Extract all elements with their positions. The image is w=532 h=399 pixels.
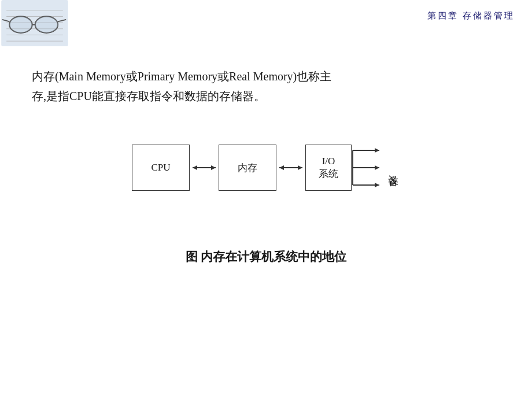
neicun-box: 内存 (219, 145, 276, 191)
device-section: 设备 (352, 142, 400, 194)
multi-arrows-svg (352, 142, 386, 194)
io-label: I/O 系统 (319, 155, 338, 180)
main-paragraph: 内存(Main Memory或Primary Memory或Real Memor… (32, 66, 500, 106)
svg-point-13 (35, 16, 58, 32)
arrow-cpu-mem (190, 161, 219, 175)
cpu-box: CPU (132, 145, 190, 191)
svg-marker-15 (193, 165, 197, 170)
arrow-mem-io (276, 161, 305, 175)
neicun-label: 内存 (238, 161, 257, 175)
chapter-title: 第四章 存储器管理 (427, 10, 515, 21)
diagram-boxes: CPU 内存 I/O 系统 (93, 142, 439, 194)
figure-caption: 图 内存在计算机系统中的地位 (186, 249, 347, 265)
io-box: I/O 系统 (305, 145, 352, 191)
main-text-line2: 存,是指CPU能直接存取指令和数据的存储器。 (32, 86, 500, 106)
device-label: 设备 (386, 167, 400, 169)
svg-point-12 (9, 16, 32, 32)
svg-marker-18 (279, 165, 284, 170)
svg-marker-25 (375, 183, 379, 187)
svg-marker-19 (298, 165, 302, 170)
svg-marker-21 (375, 148, 379, 153)
svg-marker-23 (375, 165, 379, 170)
svg-marker-16 (211, 165, 216, 170)
cpu-label: CPU (151, 162, 170, 173)
diagram-container: CPU 内存 I/O 系统 (93, 142, 439, 194)
main-text-line1: 内存(Main Memory或Primary Memory或Real Memor… (32, 66, 500, 86)
corner-decoration (0, 0, 75, 52)
